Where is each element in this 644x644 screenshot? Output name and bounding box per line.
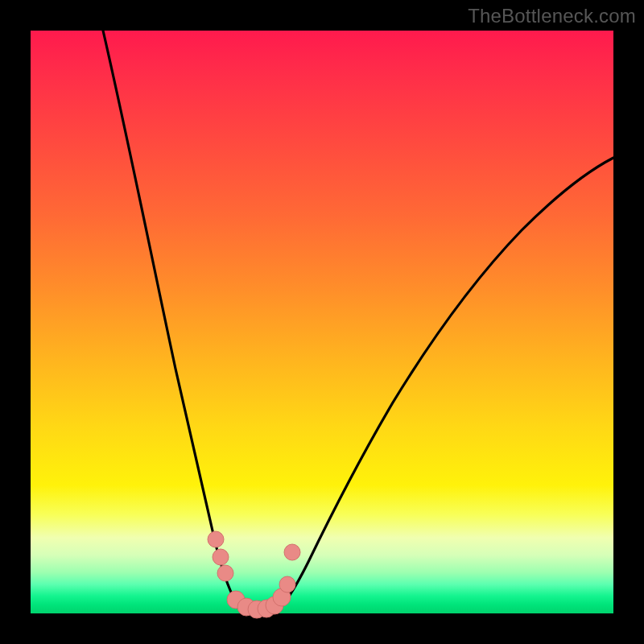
marker-dot [213, 549, 229, 565]
plot-area [31, 31, 613, 613]
chart-stage: TheBottleneck.com [0, 0, 644, 644]
curve-layer [31, 31, 613, 613]
curve-left-branch [103, 31, 248, 613]
curve-right-branch [272, 158, 613, 613]
marker-dot [279, 576, 295, 592]
marker-group [208, 531, 300, 618]
watermark-text: TheBottleneck.com [468, 5, 636, 27]
marker-dot [217, 565, 233, 581]
marker-dot [284, 544, 300, 560]
marker-dot [208, 531, 224, 547]
